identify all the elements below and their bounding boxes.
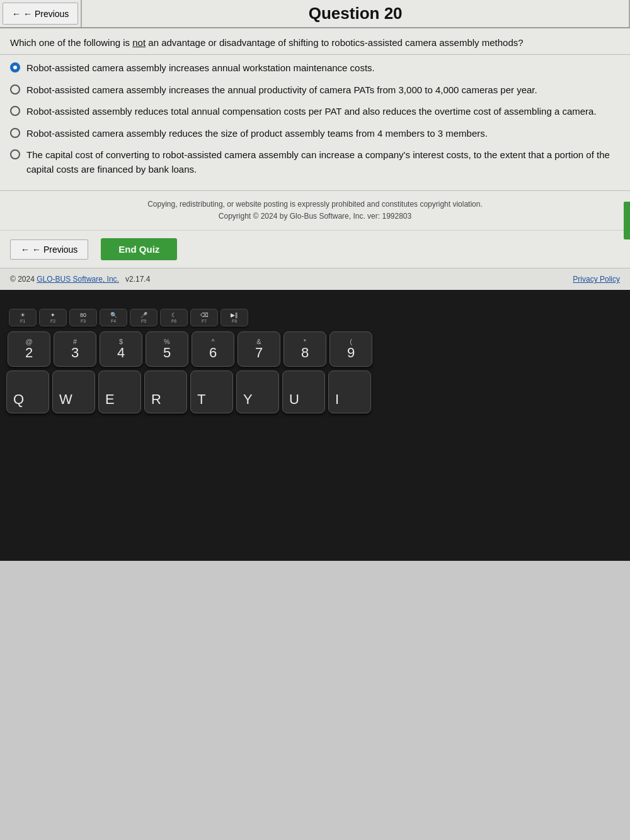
fn-icon-f2: ✦ bbox=[50, 312, 55, 319]
key-2[interactable]: @ 2 bbox=[8, 331, 50, 367]
key-e-label: E bbox=[105, 391, 115, 408]
option-c-text: Robot-assisted assembly reduces total an… bbox=[26, 105, 620, 119]
key-t-label: T bbox=[197, 391, 205, 408]
question-suffix: an advantage or disadvantage of shifting… bbox=[146, 37, 524, 48]
key-2-char: 2 bbox=[25, 345, 33, 360]
quiz-header: ← ← Previous Question 20 bbox=[0, 0, 630, 28]
fn-key-f7[interactable]: ⌫ F7 bbox=[190, 309, 218, 326]
fn-label-f5: F5 bbox=[141, 319, 146, 324]
radio-a bbox=[10, 62, 20, 72]
key-7-char: 7 bbox=[255, 345, 263, 360]
key-4[interactable]: $ 4 bbox=[100, 331, 142, 367]
fn-label-f7: F7 bbox=[202, 319, 207, 324]
key-9[interactable]: ( 9 bbox=[329, 331, 372, 367]
option-e[interactable]: The capital cost of converting to robot-… bbox=[10, 148, 620, 176]
previous-label-bottom: ← Previous bbox=[32, 245, 77, 255]
fn-icon-f8: ▶‖ bbox=[231, 312, 238, 319]
key-r[interactable]: R bbox=[144, 371, 187, 413]
key-y[interactable]: Y bbox=[236, 371, 279, 413]
fn-label-f3: F3 bbox=[81, 319, 86, 324]
fn-keys-row: ☀ F1 ✦ F2 80 F3 🔍 F4 🎤 F5 ☾ F6 bbox=[6, 309, 624, 326]
key-3-char: 3 bbox=[71, 345, 79, 360]
radio-b bbox=[10, 84, 20, 95]
key-i[interactable]: I bbox=[328, 371, 371, 413]
fn-key-f1[interactable]: ☀ F1 bbox=[9, 309, 37, 326]
keyboard-area: ☀ F1 ✦ F2 80 F3 🔍 F4 🎤 F5 ☾ F6 bbox=[0, 290, 630, 561]
options-area: Robot-assisted camera assembly increases… bbox=[0, 55, 630, 190]
option-b[interactable]: Robot-assisted camera assembly increases… bbox=[10, 83, 620, 98]
fn-label-f2: F2 bbox=[50, 319, 55, 324]
fn-icon-f5: 🎤 bbox=[140, 312, 147, 319]
key-y-label: Y bbox=[243, 391, 253, 408]
key-6-char: 6 bbox=[209, 345, 217, 360]
key-w[interactable]: W bbox=[52, 371, 95, 413]
page-footer: © 2024 GLO-BUS Software, Inc. v2.17.4 Pr… bbox=[0, 268, 630, 290]
previous-button-top[interactable]: ← ← Previous bbox=[3, 3, 78, 25]
privacy-policy-link[interactable]: Privacy Policy bbox=[573, 275, 620, 284]
previous-label-top: ← Previous bbox=[23, 9, 69, 19]
question-not: not bbox=[132, 37, 146, 48]
key-q-label: Q bbox=[13, 391, 24, 408]
key-8-char: 8 bbox=[301, 345, 309, 360]
footer-nav: ← ← Previous End Quiz bbox=[0, 230, 630, 268]
fn-icon-f6: ☾ bbox=[171, 312, 176, 319]
fn-key-f5[interactable]: 🎤 F5 bbox=[130, 309, 158, 326]
radio-d bbox=[10, 128, 20, 138]
fn-key-f6[interactable]: ☾ F6 bbox=[160, 309, 188, 326]
fn-key-f2[interactable]: ✦ F2 bbox=[39, 309, 67, 326]
fn-icon-f7: ⌫ bbox=[200, 312, 209, 319]
question-title-box: Question 20 bbox=[81, 0, 630, 27]
key-3[interactable]: # 3 bbox=[54, 331, 96, 367]
key-9-char: 9 bbox=[347, 345, 355, 360]
key-q[interactable]: Q bbox=[6, 371, 49, 413]
end-quiz-label: End Quiz bbox=[118, 244, 159, 255]
copyright-line2: Copyright © 2024 by Glo-Bus Software, In… bbox=[6, 210, 624, 222]
end-quiz-button[interactable]: End Quiz bbox=[101, 238, 177, 260]
option-c[interactable]: Robot-assisted assembly reduces total an… bbox=[10, 105, 620, 119]
footer-version bbox=[121, 275, 123, 284]
fn-icon-f4: 🔍 bbox=[110, 312, 117, 319]
fn-label-f4: F4 bbox=[111, 319, 116, 324]
key-5-char: 5 bbox=[163, 345, 171, 360]
fn-key-f8[interactable]: ▶‖ F8 bbox=[220, 309, 248, 326]
arrow-left-icon: ← bbox=[12, 9, 21, 19]
fn-icon-f3: 80 bbox=[80, 312, 86, 319]
option-b-text: Robot-assisted camera assembly increases… bbox=[26, 83, 620, 98]
question-title: Question 20 bbox=[88, 4, 622, 23]
fn-key-f4[interactable]: 🔍 F4 bbox=[100, 309, 127, 326]
option-e-text: The capital cost of converting to robot-… bbox=[26, 148, 620, 176]
key-w-label: W bbox=[59, 391, 72, 408]
key-8[interactable]: * 8 bbox=[284, 331, 326, 367]
key-6[interactable]: ^ 6 bbox=[192, 331, 234, 367]
fn-label-f6: F6 bbox=[171, 319, 176, 324]
previous-button-bottom[interactable]: ← ← Previous bbox=[10, 239, 88, 260]
key-u[interactable]: U bbox=[282, 371, 325, 413]
fn-key-f3[interactable]: 80 F3 bbox=[69, 309, 97, 326]
footer-company-link[interactable]: GLO-BUS Software, Inc. bbox=[37, 275, 119, 284]
key-e[interactable]: E bbox=[98, 371, 141, 413]
key-5[interactable]: % 5 bbox=[146, 331, 188, 367]
option-a[interactable]: Robot-assisted camera assembly increases… bbox=[10, 61, 620, 76]
key-7[interactable]: & 7 bbox=[238, 331, 280, 367]
question-text-area: Which one of the following is not an adv… bbox=[0, 28, 630, 55]
radio-e bbox=[10, 149, 20, 159]
option-a-text: Robot-assisted camera assembly increases… bbox=[26, 61, 620, 76]
fn-label-f1: F1 bbox=[20, 319, 25, 324]
key-4-char: 4 bbox=[117, 345, 125, 360]
question-prefix: Which one of the following is bbox=[10, 37, 132, 48]
footer-version-text: v2.17.4 bbox=[125, 275, 150, 284]
footer-copyright: © 2024 bbox=[10, 275, 35, 284]
radio-c bbox=[10, 106, 20, 116]
side-tab bbox=[624, 202, 630, 239]
key-r-label: R bbox=[151, 391, 161, 408]
option-d[interactable]: Robot-assisted camera assembly reduces t… bbox=[10, 127, 620, 141]
letter-keys-row: Q W E R T Y U I bbox=[6, 371, 624, 413]
key-i-label: I bbox=[335, 391, 339, 408]
quiz-container: ← ← Previous Question 20 Which one of th… bbox=[0, 0, 630, 290]
key-t[interactable]: T bbox=[190, 371, 233, 413]
copyright-box: Copying, redistributing, or website post… bbox=[0, 190, 630, 230]
key-u-label: U bbox=[289, 391, 299, 408]
footer-right: Privacy Policy bbox=[573, 275, 620, 284]
copyright-line1: Copying, redistributing, or website post… bbox=[6, 198, 624, 210]
fn-label-f8: F8 bbox=[232, 319, 237, 324]
